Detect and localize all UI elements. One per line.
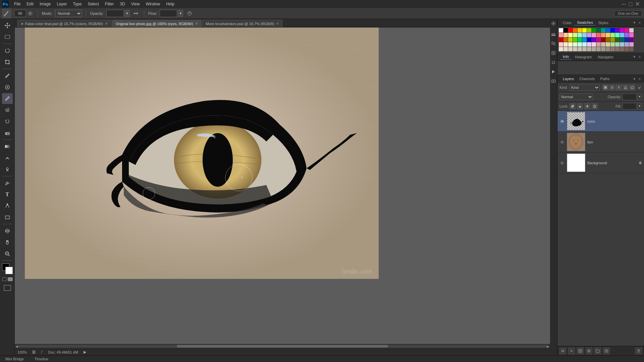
layer-background[interactable]: Background — [557, 153, 644, 173]
mini-bridge-tab[interactable]: Mini Bridge — [3, 356, 26, 362]
swatch-color[interactable] — [606, 47, 610, 51]
swatch-color[interactable] — [625, 47, 629, 51]
swatch-color[interactable] — [615, 33, 620, 37]
swatch-color[interactable] — [559, 42, 563, 47]
blend-mode-select[interactable]: Normal Multiply Screen — [559, 94, 593, 100]
swatch-color[interactable] — [606, 28, 610, 33]
swatch-color[interactable] — [620, 47, 624, 51]
swatch-color[interactable] — [568, 47, 573, 51]
swatch-color[interactable] — [559, 28, 563, 33]
swatch-color[interactable] — [610, 42, 615, 47]
menu-image[interactable]: Image — [37, 1, 53, 7]
channels-tab[interactable]: Channels — [577, 76, 597, 81]
menu-file[interactable]: File — [11, 1, 23, 7]
swatch-color[interactable] — [629, 47, 634, 51]
swatch-color[interactable] — [592, 47, 596, 51]
lock-all-btn[interactable] — [592, 103, 598, 109]
paths-tab[interactable]: Paths — [597, 76, 612, 81]
color-panel-icon[interactable] — [550, 20, 557, 27]
swatch-color[interactable] — [601, 47, 605, 51]
canvas-image[interactable]: lynda.com — [25, 27, 379, 279]
info-tab[interactable]: Info — [560, 54, 572, 60]
swatch-color[interactable] — [573, 28, 577, 33]
clone-stamp-tool[interactable] — [2, 105, 13, 115]
lion-visibility-btn[interactable] — [559, 139, 565, 145]
screen-mode-btn[interactable] — [4, 285, 11, 292]
menu-filter[interactable]: Filter — [102, 1, 117, 7]
swatch-color[interactable] — [578, 33, 582, 37]
dodge-tool[interactable] — [2, 164, 13, 175]
swatch-color[interactable] — [615, 42, 620, 47]
swatch-color[interactable] — [596, 42, 601, 47]
maximize-btn[interactable]: □ — [629, 1, 632, 8]
scrollbar-thumb[interactable] — [177, 345, 388, 348]
pen-tool[interactable] — [2, 178, 13, 188]
swatch-color[interactable] — [573, 42, 577, 47]
swatch-color[interactable] — [568, 28, 573, 33]
history-brush-tool[interactable] — [2, 116, 13, 127]
swatch-color[interactable] — [573, 47, 577, 51]
swatch-color[interactable] — [601, 28, 605, 33]
brush-tool-icon[interactable] — [2, 9, 11, 18]
swatch-color[interactable] — [578, 28, 582, 33]
swatch-color[interactable] — [582, 42, 587, 47]
swatch-color[interactable] — [606, 33, 610, 37]
layer-lion[interactable]: lion — [557, 132, 644, 153]
brush-size-input[interactable] — [14, 10, 26, 17]
zoom-tool[interactable] — [2, 248, 13, 259]
scroll-left-btn[interactable]: ◀ — [15, 345, 18, 348]
layer-eyes[interactable]: eyes — [557, 111, 644, 132]
type-tool[interactable]: T — [2, 189, 13, 200]
swatch-color[interactable] — [606, 38, 610, 42]
3d-tool[interactable] — [2, 226, 13, 236]
swatch-color[interactable] — [615, 38, 620, 42]
swatch-color[interactable] — [620, 38, 624, 42]
properties-icon[interactable] — [550, 78, 557, 84]
timeline-tab[interactable]: Timeline — [32, 356, 51, 362]
menu-layer[interactable]: Layer — [54, 1, 69, 7]
swatch-color[interactable] — [559, 38, 563, 42]
swatch-color[interactable] — [625, 28, 629, 33]
flow-arrow-btn[interactable]: ▼ — [178, 10, 183, 17]
layer-link-btn[interactable] — [559, 348, 566, 354]
filter-pixel-btn[interactable] — [602, 84, 608, 90]
canvas-inner[interactable]: lynda.com — [15, 27, 550, 344]
blur-tool[interactable] — [2, 153, 13, 163]
background-color[interactable] — [5, 267, 13, 274]
filter-type-btn[interactable]: T — [616, 84, 622, 90]
tab-brushstrokes[interactable]: More brushstrokes.psd @ 16.7% (RGB/8) ✕ — [202, 20, 283, 27]
menu-view[interactable]: View — [128, 1, 143, 7]
swatch-color[interactable] — [587, 33, 591, 37]
brush-picker-btn[interactable] — [27, 10, 34, 17]
scroll-play-btn[interactable]: ▶ — [84, 350, 86, 354]
swatch-color[interactable] — [564, 47, 568, 51]
layer-mask-btn[interactable] — [577, 348, 584, 354]
panel-collapse-btn[interactable]: ▼ — [632, 20, 637, 25]
swatch-color[interactable] — [596, 47, 601, 51]
swatch-color[interactable] — [601, 42, 605, 47]
swatch-color[interactable] — [564, 33, 568, 37]
layers-tab[interactable]: Layers — [560, 76, 577, 81]
swatch-color[interactable] — [629, 38, 634, 42]
swatch-color[interactable] — [573, 33, 577, 37]
color-picker[interactable] — [2, 263, 13, 274]
filter-adj-btn[interactable] — [609, 84, 615, 90]
layers-collapse-btn[interactable]: ▼ — [632, 76, 637, 81]
horizontal-scrollbar[interactable]: ◀ ▶ — [15, 344, 550, 349]
swatch-color[interactable] — [592, 33, 596, 37]
eyedropper-tool[interactable] — [2, 70, 13, 81]
opacity-arrow-btn[interactable]: ▼ — [124, 10, 130, 17]
opacity-value-input[interactable]: 100% — [623, 94, 637, 100]
eyes-visibility-btn[interactable] — [559, 119, 565, 124]
layer-group-btn[interactable] — [594, 348, 601, 354]
swatch-color[interactable] — [629, 42, 634, 47]
swatch-color[interactable] — [620, 33, 624, 37]
scroll-right-btn[interactable]: ▶ — [547, 345, 549, 348]
swatch-color[interactable] — [610, 47, 615, 51]
layer-new-btn[interactable] — [603, 348, 610, 354]
swatch-color[interactable] — [601, 33, 605, 37]
fill-arrow[interactable]: ▼ — [637, 103, 642, 110]
swatch-color[interactable] — [615, 28, 620, 33]
menu-edit[interactable]: Edit — [24, 1, 36, 7]
color-tab[interactable]: Color — [560, 20, 574, 25]
